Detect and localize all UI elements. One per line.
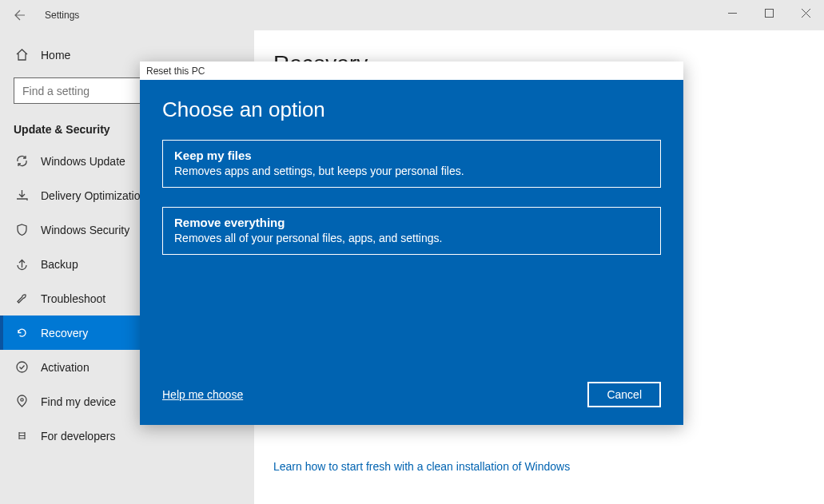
shield-icon <box>14 223 30 236</box>
close-button[interactable] <box>787 0 824 26</box>
nav-item-label: Recovery <box>41 327 88 339</box>
svg-rect-0 <box>765 9 773 17</box>
svg-point-3 <box>20 399 22 401</box>
nav-item-label: For developers <box>41 430 115 442</box>
option-title: Remove everything <box>174 216 649 229</box>
nav-item-label: Troubleshoot <box>41 292 105 305</box>
nav-item-label: Delivery Optimization <box>41 189 146 202</box>
home-label: Home <box>41 49 70 62</box>
option-desc: Removes apps and settings, but keeps you… <box>174 165 649 177</box>
recovery-icon <box>14 326 30 339</box>
dialog-heading: Choose an option <box>162 97 661 122</box>
app-title: Settings <box>45 10 79 21</box>
window-controls <box>714 0 824 30</box>
backup-icon <box>14 257 30 271</box>
nav-item-label: Windows Update <box>41 155 125 168</box>
option-remove-everything[interactable]: Remove everything Removes all of your pe… <box>162 207 661 255</box>
minimize-button[interactable] <box>714 0 750 26</box>
option-title: Keep my files <box>174 149 649 162</box>
fresh-install-link[interactable]: Learn how to start fresh with a clean in… <box>273 460 805 473</box>
check-circle-icon <box>14 360 30 374</box>
developer-icon <box>14 429 30 442</box>
titlebar: Settings <box>0 0 824 30</box>
maximize-button[interactable] <box>750 0 787 26</box>
dialog-titlebar: Reset this PC <box>140 62 683 80</box>
nav-item-label: Backup <box>41 258 78 271</box>
nav-item-label: Activation <box>41 361 90 374</box>
home-icon <box>14 48 30 62</box>
svg-point-2 <box>17 362 27 372</box>
reset-pc-dialog: Reset this PC Choose an option Keep my f… <box>140 62 683 425</box>
nav-item-label: Windows Security <box>41 224 129 236</box>
cancel-button[interactable]: Cancel <box>587 382 661 407</box>
nav-item-label: Find my device <box>41 395 116 408</box>
sync-icon <box>14 154 30 168</box>
location-icon <box>14 395 30 408</box>
option-desc: Removes all of your personal files, apps… <box>174 232 649 244</box>
help-me-choose-link[interactable]: Help me choose <box>162 388 243 401</box>
option-keep-files[interactable]: Keep my files Removes apps and settings,… <box>162 140 661 188</box>
wrench-icon <box>14 292 30 305</box>
back-button[interactable] <box>10 6 29 25</box>
download-icon <box>14 189 30 202</box>
